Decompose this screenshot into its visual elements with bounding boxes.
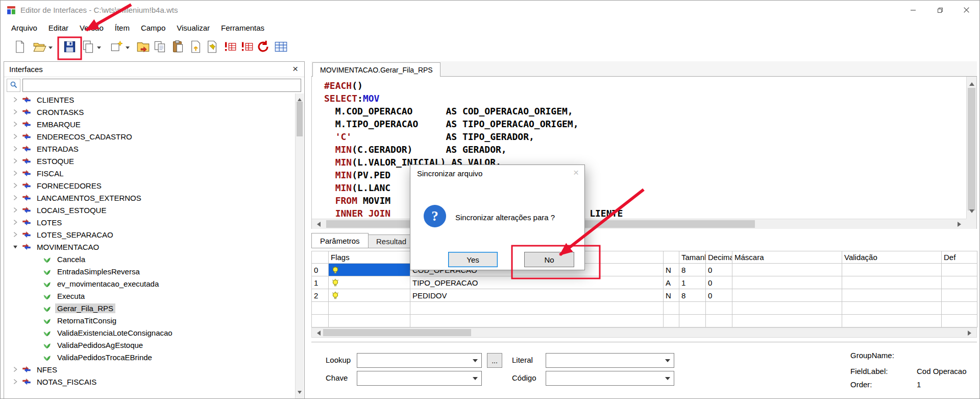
tree-item-movimentacao[interactable]: MOVIMENTACAO (5, 241, 295, 253)
menu-item-visualizar[interactable]: Visualizar (171, 20, 215, 35)
scroll-down-icon[interactable] (969, 209, 974, 216)
export-folder-button[interactable] (134, 39, 152, 56)
tree-item-retornatitconsig[interactable]: RetornaTitConsig (5, 314, 295, 326)
mascara-cell[interactable] (732, 315, 842, 327)
tree-item-notas-fiscais[interactable]: NOTAS_FISCAIS (5, 375, 295, 388)
chave-combobox[interactable] (357, 371, 482, 386)
nome-cell[interactable]: TIPO_OPERACAO (410, 276, 664, 289)
chevron-down-icon[interactable] (97, 46, 101, 51)
tipo-cell[interactable] (664, 315, 679, 327)
tab-resultado[interactable]: Resultad (368, 234, 415, 248)
decimais-cell[interactable] (706, 302, 732, 315)
scroll-left-icon[interactable] (314, 331, 321, 336)
decimais-cell[interactable]: 0 (706, 264, 732, 276)
chevron-right-icon[interactable] (12, 206, 22, 214)
tree-item-embarque[interactable]: EMBARQUE (5, 118, 295, 130)
chevron-right-icon[interactable] (12, 108, 22, 115)
literal-combobox[interactable] (546, 353, 674, 368)
chevron-right-icon[interactable] (12, 219, 22, 226)
menu-item-ferramentas[interactable]: Ferramentas (215, 20, 270, 35)
minimize-button[interactable] (900, 1, 926, 19)
tree-item-validapedidosagestoque[interactable]: ValidaPedidosAgEstoque (5, 339, 295, 351)
tree-item-lotes-separacao[interactable]: LOTES_SEPARACAO (5, 228, 295, 241)
default-cell[interactable] (942, 276, 977, 289)
chevron-right-icon[interactable] (12, 194, 22, 201)
maximize-button[interactable] (926, 1, 953, 19)
tree-item-cancela[interactable]: Cancela (5, 253, 295, 265)
flags-cell[interactable] (329, 276, 410, 289)
chevron-right-icon[interactable] (12, 121, 22, 128)
default-cell[interactable] (942, 315, 977, 327)
tamanho-cell[interactable] (679, 302, 706, 315)
chevron-right-icon[interactable] (12, 133, 22, 140)
decimais-cell[interactable]: 0 (706, 276, 732, 289)
save-all-button[interactable] (79, 39, 96, 56)
tree-item-entradasimplesreversa[interactable]: EntradaSimplesReversa (5, 265, 295, 277)
mascara-cell[interactable] (732, 264, 842, 276)
tree-item-validapedidostrocaebrinde[interactable]: ValidaPedidosTrocaEBrinde (5, 351, 295, 363)
tree-item-executa[interactable]: Executa (5, 290, 295, 302)
tab-parametros[interactable]: Parâmetros (311, 233, 369, 248)
tipo-cell[interactable]: N (664, 289, 679, 302)
open-button[interactable] (31, 39, 48, 56)
mascara-cell[interactable] (732, 276, 842, 289)
chevron-right-icon[interactable] (12, 182, 22, 189)
row-number[interactable] (312, 302, 329, 315)
tamanho-cell[interactable]: 1 (679, 276, 706, 289)
tamanho-cell[interactable]: 8 (679, 289, 706, 302)
check-fields-button[interactable] (221, 39, 238, 56)
search-button[interactable] (7, 79, 20, 92)
menu-item-campo[interactable]: Campo (135, 20, 171, 35)
scroll-thumb[interactable] (323, 329, 471, 336)
menu-item-editar[interactable]: Editar (43, 20, 74, 35)
chevron-down-icon[interactable] (12, 243, 22, 250)
mascara-cell[interactable] (732, 302, 842, 315)
chevron-right-icon[interactable] (12, 157, 22, 165)
tipo-cell[interactable]: N (664, 264, 679, 276)
data-grid-button[interactable] (272, 39, 289, 56)
scroll-thumb[interactable] (297, 102, 303, 136)
row-number[interactable]: 0 (312, 264, 329, 276)
chevron-right-icon[interactable] (12, 231, 22, 238)
yes-button[interactable]: Yes (448, 252, 498, 267)
new-file-button[interactable] (11, 39, 28, 56)
tree-item-entradas[interactable]: ENTRADAS (5, 143, 295, 155)
close-button[interactable] (953, 1, 979, 19)
tree-item-crontasks[interactable]: CRONTASKS (5, 106, 295, 118)
row-number[interactable]: 2 (312, 289, 329, 302)
tree-item-gerar-fila-rps[interactable]: Gerar_Fila_RPS (5, 302, 295, 314)
decimais-cell[interactable]: 0 (706, 289, 732, 302)
validacao-cell[interactable] (842, 289, 942, 302)
default-cell[interactable] (942, 302, 977, 315)
chevron-right-icon[interactable] (12, 170, 22, 177)
paste-button[interactable] (169, 39, 186, 56)
flags-cell[interactable] (329, 302, 410, 315)
tree-item-locais-estoque[interactable]: LOCAIS_ESTOQUE (5, 204, 295, 216)
validacao-cell[interactable] (842, 264, 942, 276)
nome-cell[interactable] (410, 302, 664, 315)
codigo-combobox[interactable] (546, 371, 674, 386)
dialog-close-icon[interactable]: × (573, 167, 579, 178)
validacao-cell[interactable] (842, 315, 942, 327)
panel-close-icon[interactable]: × (292, 63, 298, 75)
scroll-down-icon[interactable] (298, 391, 302, 396)
chevron-right-icon[interactable] (12, 378, 22, 385)
chevron-right-icon[interactable] (12, 145, 22, 152)
chevron-right-icon[interactable] (12, 366, 22, 373)
scroll-up-icon[interactable] (969, 80, 974, 86)
tipo-cell[interactable]: A (664, 276, 679, 289)
tipo-cell[interactable] (664, 302, 679, 315)
validacao-cell[interactable] (842, 276, 942, 289)
nome-cell[interactable]: PEDIDOV (410, 289, 664, 302)
nome-cell[interactable] (410, 315, 664, 327)
search-input[interactable] (22, 79, 301, 92)
tree-item-fiscal[interactable]: FISCAL (5, 167, 295, 179)
tab-movimentacao-gerar-fila-rps[interactable]: MOVIMENTACAO.Gerar_Fila_RPS (312, 62, 440, 77)
tree-item-ev-movimentacao-executada[interactable]: ev_movimentacao_executada (5, 277, 295, 290)
flags-cell[interactable] (329, 264, 410, 276)
tree-item-nfes[interactable]: NFES (5, 363, 295, 375)
menu-item-tem[interactable]: Ítem (109, 20, 135, 35)
row-number[interactable]: 1 (312, 276, 329, 289)
scroll-thumb[interactable] (968, 88, 975, 210)
row-number[interactable] (312, 315, 329, 327)
